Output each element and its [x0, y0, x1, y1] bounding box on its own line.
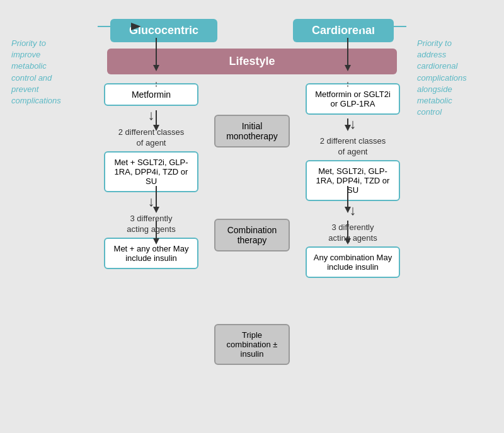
lifestyle-box: Lifestyle [107, 49, 397, 74]
arrow2-left: ↓ [148, 195, 155, 209]
met-sglt2i-box: Met + SGLT2i, GLP-1RA, DPP4i, TZD or SU [104, 151, 198, 192]
side-left-annotation: Priority to improve metabolic control an… [11, 38, 87, 107]
met-sglt2i-right-box: Met, SGLT2i, GLP-1RA, DPP4i, TZD or SU [306, 160, 400, 201]
glucocentric-column: Metformin ↓ 2 different classes of agent… [101, 83, 202, 365]
label-2classes-right: 2 different classes of agent [320, 136, 386, 158]
any-combination-box: Any combination May include insulin [306, 246, 400, 278]
metformin-sglt2i-box: Metformin or SGLT2i or GLP-1RA [306, 83, 400, 115]
label-3agents-right: 3 differently acting agents [328, 222, 377, 244]
side-right-annotation: Priority to address cardiorenal complica… [417, 38, 493, 118]
arrow2-right: ↓ [350, 204, 357, 217]
cardiorenal-column: Metformin or SGLT2i or GLP-1RA ↓ 2 diffe… [302, 83, 403, 365]
cardiorenal-header: Cardiorenal [293, 19, 394, 42]
metformin-box: Metformin [104, 83, 198, 106]
combination-therapy-box: Combination therapy [214, 219, 290, 251]
glucocentric-header: Glucocentric [110, 19, 217, 42]
label-3agents-left: 3 differently acting agents [127, 214, 175, 235]
triple-combination-box: Triple combination ± insulin [214, 324, 290, 365]
arrow1-left: ↓ [148, 108, 155, 122]
diagram: Priority to improve metabolic control an… [0, 0, 504, 433]
initial-monotherapy-box: Initialmonotherapy [214, 115, 290, 147]
label-2classes-left: 2 different classes of agent [118, 127, 185, 149]
main-flow: Metformin ↓ 2 different classes of agent… [13, 83, 491, 365]
arrow1-right: ↓ [350, 117, 357, 131]
center-column: Initialmonotherapy Combination therapy T… [208, 115, 296, 365]
met-any-box: Met + any other May include insulin [104, 238, 198, 269]
